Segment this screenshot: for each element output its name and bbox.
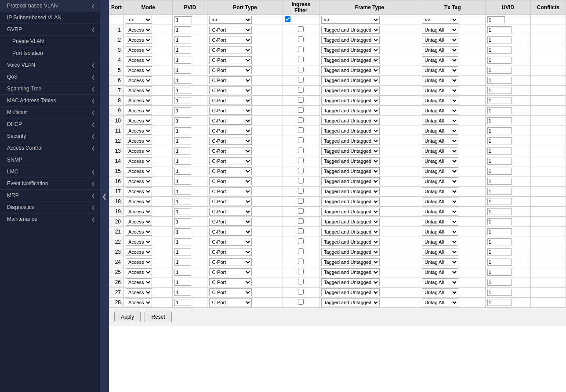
port-type-select[interactable]: C-PortS-PortS-Custom-Port [209,66,252,74]
filter-frametype-select[interactable]: <>Tagged and UntaggedTagged OnlyUntagged… [321,16,380,24]
ingress-checkbox[interactable] [298,168,304,173]
filter-mode-select[interactable]: <>AccessTrunkHybrid [126,16,152,24]
uvid-input[interactable] [487,36,512,43]
ingress-checkbox[interactable] [298,289,304,295]
frame-type-select[interactable]: Tagged and UntaggedTagged OnlyUntagged O… [321,258,380,266]
pvid-input[interactable] [174,57,191,64]
sidebar-item-lmc[interactable]: LMC❮ [0,166,100,178]
port-type-select[interactable]: C-PortS-PortS-Custom-Port [209,238,252,246]
mode-select[interactable]: AccessTrunkHybrid [126,157,152,165]
mode-select[interactable]: AccessTrunkHybrid [126,86,152,94]
pvid-input[interactable] [174,208,191,215]
port-type-select[interactable]: C-PortS-PortS-Custom-Port [209,198,252,205]
port-type-select[interactable]: C-PortS-PortS-Custom-Port [209,167,252,175]
mode-select[interactable]: AccessTrunkHybrid [126,147,152,155]
mode-select[interactable]: AccessTrunkHybrid [126,167,152,175]
pvid-input[interactable] [174,269,191,276]
uvid-input[interactable] [487,279,512,286]
ingress-checkbox[interactable] [298,137,304,143]
pvid-input[interactable] [174,26,191,33]
frame-type-select[interactable]: Tagged and UntaggedTagged OnlyUntagged O… [321,56,380,64]
port-type-select[interactable]: C-PortS-PortS-Custom-Port [209,97,252,104]
sidebar-item-security[interactable]: Security❮ [0,130,100,142]
ingress-checkbox[interactable] [298,67,304,72]
frame-type-select[interactable]: Tagged and UntaggedTagged OnlyUntagged O… [321,278,380,286]
pvid-input[interactable] [174,117,191,124]
tx-tag-select[interactable]: Untag AllUntag PVIDTag All [422,76,458,84]
mode-select[interactable]: AccessTrunkHybrid [126,76,152,84]
port-type-select[interactable]: C-PortS-PortS-Custom-Port [209,117,252,125]
frame-type-select[interactable]: Tagged and UntaggedTagged OnlyUntagged O… [321,218,380,226]
pvid-input[interactable] [174,147,191,155]
pvid-input[interactable] [174,47,191,54]
frame-type-select[interactable]: Tagged and UntaggedTagged OnlyUntagged O… [321,26,380,34]
pvid-input[interactable] [174,218,191,225]
pvid-input[interactable] [174,188,191,195]
tx-tag-select[interactable]: Untag AllUntag PVIDTag All [422,238,458,246]
mode-select[interactable]: AccessTrunkHybrid [126,187,152,195]
sidebar-item-mrp[interactable]: MRP❮ [0,190,100,201]
ingress-checkbox[interactable] [298,26,304,32]
tx-tag-select[interactable]: Untag AllUntag PVIDTag All [422,167,458,175]
pvid-input[interactable] [174,67,191,74]
tx-tag-select[interactable]: Untag AllUntag PVIDTag All [422,66,458,74]
mode-select[interactable]: AccessTrunkHybrid [126,56,152,64]
ingress-checkbox[interactable] [298,208,304,214]
frame-type-select[interactable]: Tagged and UntaggedTagged OnlyUntagged O… [321,127,380,135]
sidebar-item-spanning-tree[interactable]: Spanning Tree❮ [0,83,100,95]
pvid-input[interactable] [174,77,191,84]
ingress-checkbox[interactable] [298,238,304,244]
uvid-input[interactable] [487,117,512,124]
frame-type-select[interactable]: Tagged and UntaggedTagged OnlyUntagged O… [321,147,380,155]
pvid-input[interactable] [174,137,191,144]
uvid-input[interactable] [487,26,512,33]
ingress-checkbox[interactable] [298,259,304,264]
uvid-input[interactable] [487,218,512,225]
pvid-input[interactable] [174,178,191,185]
mode-select[interactable]: AccessTrunkHybrid [126,97,152,104]
port-type-select[interactable]: C-PortS-PortS-Custom-Port [209,147,252,155]
filter-uvid-input[interactable] [487,16,505,23]
ingress-checkbox[interactable] [298,36,304,42]
uvid-input[interactable] [487,47,512,54]
port-type-select[interactable]: C-PortS-PortS-Custom-Port [209,56,252,64]
sidebar-item-port-isolation[interactable]: Port Isolation [0,47,100,59]
uvid-input[interactable] [487,137,512,144]
tx-tag-select[interactable]: Untag AllUntag PVIDTag All [422,268,458,276]
sidebar-item-protocol-based-vlan[interactable]: Protocol-based VLAN❮ [0,0,100,12]
port-type-select[interactable]: C-PortS-PortS-Custom-Port [209,157,252,165]
uvid-input[interactable] [487,158,512,165]
frame-type-select[interactable]: Tagged and UntaggedTagged OnlyUntagged O… [321,46,380,54]
uvid-input[interactable] [487,77,512,84]
ingress-checkbox[interactable] [298,117,304,123]
sidebar-item-qos[interactable]: QoS❮ [0,71,100,83]
filter-ingress-checkbox[interactable] [285,16,290,22]
tx-tag-select[interactable]: Untag AllUntag PVIDTag All [422,147,458,155]
frame-type-select[interactable]: Tagged and UntaggedTagged OnlyUntagged O… [321,66,380,74]
mode-select[interactable]: AccessTrunkHybrid [126,117,152,125]
uvid-input[interactable] [487,147,512,155]
ingress-checkbox[interactable] [298,299,304,305]
filter-txtag-select[interactable]: <>Untag AllUntag PVIDTag All [422,16,458,24]
ingress-checkbox[interactable] [298,248,304,254]
ingress-checkbox[interactable] [298,228,304,234]
ingress-checkbox[interactable] [298,77,304,83]
port-type-select[interactable]: C-PortS-PortS-Custom-Port [209,218,252,226]
sidebar-item-diagnostics[interactable]: Diagnostics❮ [0,201,100,213]
sidebar-item-ip-subnet-based-vlan[interactable]: IP Subnet-based VLAN [0,12,100,24]
frame-type-select[interactable]: Tagged and UntaggedTagged OnlyUntagged O… [321,228,380,236]
frame-type-select[interactable]: Tagged and UntaggedTagged OnlyUntagged O… [321,177,380,185]
apply-button[interactable]: Apply [114,312,141,322]
tx-tag-select[interactable]: Untag AllUntag PVIDTag All [422,97,458,104]
port-type-select[interactable]: C-PortS-PortS-Custom-Port [209,208,252,216]
mode-select[interactable]: AccessTrunkHybrid [126,26,152,34]
uvid-input[interactable] [487,57,512,64]
frame-type-select[interactable]: Tagged and UntaggedTagged OnlyUntagged O… [321,248,380,256]
tx-tag-select[interactable]: Untag AllUntag PVIDTag All [422,86,458,94]
pvid-input[interactable] [174,248,191,255]
frame-type-select[interactable]: Tagged and UntaggedTagged OnlyUntagged O… [321,97,380,104]
ingress-checkbox[interactable] [298,279,304,284]
sidebar-collapse-button[interactable]: ❮ [100,0,109,392]
uvid-input[interactable] [487,259,512,266]
uvid-input[interactable] [487,188,512,195]
